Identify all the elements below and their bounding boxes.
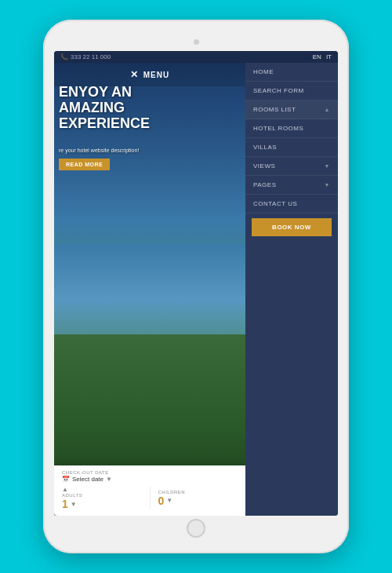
pages-chevron: ▼ [325,182,330,188]
hero-line3: EXPERIENCE [59,116,150,132]
hero-line1: ENYOY AN [59,85,150,100]
hero-line2: AMAZING [59,100,150,116]
children-value: 0 [158,495,165,506]
screen-body: ✕ MENU ENYOY AN AMAZING EXPERIENCE re yo… [54,63,338,516]
ipad-top-bar [54,35,338,48]
checkout-label: CHECK-OUT DATE [62,470,238,475]
nav-item-hotel-rooms[interactable]: HOTEL ROOMS [245,119,338,138]
children-chevron[interactable]: ▼ [166,497,172,504]
nav-item-home[interactable]: HOME [245,63,338,82]
nav-label-home: HOME [253,68,274,75]
lang-en[interactable]: EN [313,53,321,60]
adults-label: ADULTS [62,493,142,498]
lang-it[interactable]: IT [326,53,332,60]
nav-label-search-form: SEARCH FORM [253,87,304,94]
guests-divider [150,486,151,509]
nav-item-contact-us[interactable]: CONTACT US [245,195,338,214]
book-now-button[interactable]: BOOK NOW [252,218,332,236]
children-field: CHILDREN 0 ▼ [158,490,238,506]
phone-info: 📞 333 22 11 000 [60,53,111,60]
status-bar: 📞 333 22 11 000 EN IT [54,51,338,63]
adults-field: ▲ ADULTS 1 ▼ [62,486,142,509]
hero-area: ✕ MENU ENYOY AN AMAZING EXPERIENCE re yo… [54,63,245,516]
calendar-icon: 📅 [62,476,70,483]
ipad-camera [194,39,199,45]
ipad-frame: 📞 333 22 11 000 EN IT ✕ MENU [43,20,349,553]
hero-text: ENYOY AN AMAZING EXPERIENCE [59,85,150,131]
ipad-bottom-bar [54,519,338,538]
hero-subtitle: re your hotel website description! [59,148,139,153]
close-icon[interactable]: ✕ [130,69,139,80]
phone-icon: 📞 [60,53,68,60]
children-label: CHILDREN [158,490,238,495]
nav-label-pages: PAGES [253,181,276,188]
menu-bar-inner: ✕ MENU [130,69,169,80]
adults-value: 1 [62,498,68,509]
checkout-chevron[interactable]: ▼ [106,476,112,483]
nav-panel: HOME SEARCH FORM ROOMS LIST ▲ HOTEL ROOM… [245,63,338,516]
nav-label-hotel-rooms: HOTEL ROOMS [253,125,303,132]
ipad-screen: 📞 333 22 11 000 EN IT ✕ MENU [54,51,338,516]
nav-label-villas: VILLAS [253,144,277,151]
nav-item-views[interactable]: VIEWS ▼ [245,157,338,176]
read-more-button[interactable]: READ MORE [59,159,110,170]
nav-label-contact-us: CONTACT US [253,200,297,207]
booking-bar: CHECK-OUT DATE 📅 Select date ▼ ▲ ADULTS [54,465,245,516]
nav-item-villas[interactable]: VILLAS [245,138,338,157]
menu-bar[interactable]: ✕ MENU [54,63,245,86]
checkout-row: CHECK-OUT DATE 📅 Select date ▼ [62,470,238,483]
views-chevron: ▼ [325,163,330,169]
checkout-placeholder[interactable]: Select date [72,476,103,483]
adults-up-chevron[interactable]: ▲ [62,486,142,493]
guests-row: ▲ ADULTS 1 ▼ CHILDREN 0 [62,486,238,509]
ipad-home-button[interactable] [187,519,205,538]
checkout-input[interactable]: 📅 Select date ▼ [62,476,238,483]
nav-item-pages[interactable]: PAGES ▼ [245,176,338,195]
adults-chevron[interactable]: ▼ [71,501,77,508]
phone-number: 333 22 11 000 [71,53,111,60]
nav-item-search-form[interactable]: SEARCH FORM [245,82,338,100]
nav-label-rooms-list: ROOMS LIST [253,106,296,113]
nav-item-rooms-list[interactable]: ROOMS LIST ▲ [245,100,338,119]
rooms-list-chevron-up: ▲ [325,107,330,112]
nav-label-views: VIEWS [253,162,275,170]
language-selector[interactable]: EN IT [313,53,332,60]
checkout-field[interactable]: CHECK-OUT DATE 📅 Select date ▼ [62,470,238,483]
menu-label[interactable]: MENU [143,71,169,79]
